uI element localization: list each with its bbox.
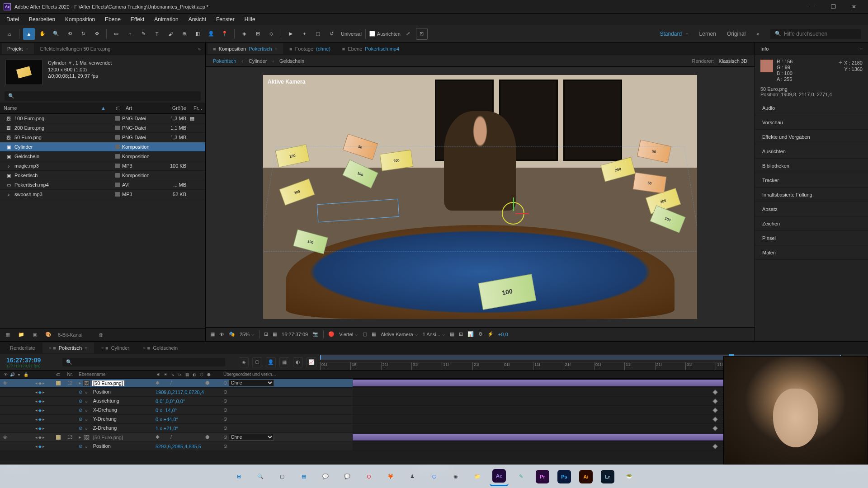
minimize-button[interactable]: —: [802, 0, 823, 14]
panel-malen[interactable]: Malen: [755, 245, 868, 260]
timeline-tab-geldschein[interactable]: × ■ Geldschein: [137, 343, 184, 353]
ellipse-tool[interactable]: ○: [124, 28, 136, 40]
pen-tool[interactable]: ✎: [137, 28, 149, 40]
asset-row[interactable]: ▣Pokertisch Komposition: [0, 171, 205, 180]
transparency-toggle[interactable]: ▦: [372, 331, 376, 337]
taskbar-app3[interactable]: ✎: [511, 467, 530, 486]
effects-settings-tab[interactable]: Effekteinstellungen 50 Euro.png: [35, 43, 116, 54]
rectangle-tool[interactable]: ▭: [110, 28, 122, 40]
exposure[interactable]: +0,0: [498, 332, 508, 337]
panel-menu-icon[interactable]: ≡: [25, 46, 28, 52]
taskbar-teams[interactable]: 💬: [316, 467, 335, 486]
taskbar-ps[interactable]: Ps: [555, 467, 574, 486]
view-opt1[interactable]: ▦: [450, 331, 454, 337]
audio-col-icon[interactable]: 🔊: [9, 372, 15, 377]
fast-preview[interactable]: ⚡: [487, 331, 494, 337]
panel-absatz[interactable]: Absatz: [755, 202, 868, 216]
timeline-search[interactable]: 🔍: [62, 358, 225, 366]
current-time[interactable]: 16:27:37:09 177719 (29,97 fps): [0, 357, 59, 368]
comp-mini-flowchart[interactable]: ◈: [239, 357, 249, 367]
asset-row[interactable]: ▭Pokertisch.mp4 AVI ... MB: [0, 180, 205, 190]
snapshot-button[interactable]: 📷: [312, 331, 319, 337]
roi-toggle[interactable]: ▢: [363, 331, 367, 337]
bc-cylinder[interactable]: Cylinder: [249, 58, 267, 64]
panel-effekte-und-vorgaben[interactable]: Effekte und Vorgaben: [755, 130, 868, 144]
taskbar-app2[interactable]: G: [425, 467, 443, 486]
grid-toggle[interactable]: ⊞: [264, 331, 268, 337]
menu-komposition[interactable]: Komposition: [61, 14, 99, 24]
col-fr[interactable]: Fr...: [190, 104, 203, 112]
box-tool[interactable]: ▢: [312, 28, 324, 40]
menu-fenster[interactable]: Fenster: [212, 14, 239, 24]
resolution-dropdown[interactable]: Viertel ⌵: [339, 331, 358, 337]
menu-effekt[interactable]: Effekt: [126, 14, 149, 24]
help-search[interactable]: 🔍: [770, 29, 861, 39]
orbit-tool[interactable]: ⟲: [64, 28, 75, 40]
hide-shy[interactable]: 👤: [266, 357, 276, 367]
hand-tool[interactable]: ✋: [37, 28, 48, 40]
selection-tool[interactable]: ▲: [23, 28, 35, 40]
col-layername[interactable]: Ebenenname: [77, 372, 154, 377]
close-button[interactable]: ✕: [844, 0, 864, 14]
zoom-dropdown[interactable]: 25% ⌵: [240, 331, 255, 337]
menu-ebene[interactable]: Ebene: [100, 14, 125, 24]
asset-row[interactable]: 🖼100 Euro.png PNG-Datei 1,3 MB ▦: [0, 114, 205, 123]
col-tag[interactable]: 🏷: [113, 104, 122, 112]
draft-3d[interactable]: ⬡: [252, 357, 262, 367]
project-tab[interactable]: Projekt≡: [2, 43, 34, 54]
workspace-original[interactable]: Original: [727, 31, 745, 37]
asset-row[interactable]: ▣Cylinder Komposition: [0, 142, 205, 152]
taskbar-whatsapp[interactable]: 💬: [338, 467, 357, 486]
comp-tab-2[interactable]: ■ Ebene Pokertisch.mp4: [337, 43, 405, 54]
taskbar-ae[interactable]: Ae: [490, 467, 509, 486]
new-folder-icon[interactable]: 📁: [17, 331, 25, 339]
panel-bibliotheken[interactable]: Bibliotheken: [755, 159, 868, 173]
mask-toggle[interactable]: 🎭: [229, 331, 235, 337]
taskbar-app1[interactable]: ♟: [403, 467, 422, 486]
solo-col-icon[interactable]: ●: [16, 372, 22, 377]
comp-tab-0[interactable]: ■ Komposition Pokertisch ≡: [208, 43, 283, 54]
project-search-input[interactable]: [17, 94, 197, 99]
asset-row[interactable]: ♪magic.mp3 MP3 100 KB: [0, 161, 205, 171]
motion-blur[interactable]: ◐: [293, 357, 303, 367]
home-tool[interactable]: ⌂: [4, 28, 15, 40]
brush-tool[interactable]: 🖌: [165, 28, 176, 40]
menu-datei[interactable]: Datei: [2, 14, 24, 24]
pan-behind-tool[interactable]: ✥: [91, 28, 103, 40]
taskbar-lr[interactable]: Lr: [598, 467, 617, 486]
color-mgmt[interactable]: 🔴: [328, 331, 335, 337]
transform-gizmo[interactable]: [502, 202, 524, 225]
col-type[interactable]: Art: [122, 104, 163, 112]
interpret-footage-icon[interactable]: ▦: [4, 331, 12, 339]
menu-animation[interactable]: Animation: [150, 14, 183, 24]
rotate-tool[interactable]: ↻: [77, 28, 89, 40]
menu-ansicht[interactable]: Ansicht: [184, 14, 211, 24]
taskbar-widgets[interactable]: ▤: [294, 467, 313, 486]
renderer-value[interactable]: Klassisch 3D: [718, 58, 747, 64]
taskbar-start[interactable]: ⊞: [229, 467, 248, 486]
panel-zeichen[interactable]: Zeichen: [755, 216, 868, 231]
panel-inhaltsbasierte-füllung[interactable]: Inhaltsbasierte Füllung: [755, 188, 868, 202]
alpha-toggle[interactable]: ▦: [210, 331, 215, 337]
adjust-icon[interactable]: 🎨: [44, 331, 52, 339]
label-col-icon[interactable]: 🏷: [54, 372, 63, 377]
bpc-label[interactable]: 8-Bit-Kanal: [58, 332, 82, 338]
workspace-standard[interactable]: Standard: [660, 31, 682, 37]
project-search[interactable]: 🔍: [5, 91, 201, 101]
panel-pinsel[interactable]: Pinsel: [755, 231, 868, 245]
taskbar-ai[interactable]: Ai: [576, 467, 595, 486]
clone-tool[interactable]: ⊕: [178, 28, 190, 40]
play-tool[interactable]: ▶: [285, 28, 297, 40]
asset-row[interactable]: 🖼200 Euro.png PNG-Datei 1,1 MB: [0, 123, 205, 133]
maximize-button[interactable]: ❐: [823, 0, 844, 14]
lock-col-icon[interactable]: 🔒: [23, 372, 28, 377]
panel-ausrichten[interactable]: Ausrichten: [755, 144, 868, 159]
workspace-more[interactable]: »: [756, 31, 760, 37]
graph-editor[interactable]: 📈: [307, 357, 316, 367]
bc-geldschein[interactable]: Geldschein: [279, 58, 304, 64]
timeline-tab-renderliste[interactable]: Renderliste: [4, 343, 42, 353]
taskbar-search[interactable]: 🔍: [251, 467, 270, 486]
snapping-toggle[interactable]: Ausrichten: [369, 31, 401, 37]
visibility-col-icon[interactable]: 👁: [3, 372, 8, 377]
workspace-menu-icon[interactable]: ≡: [685, 31, 688, 37]
